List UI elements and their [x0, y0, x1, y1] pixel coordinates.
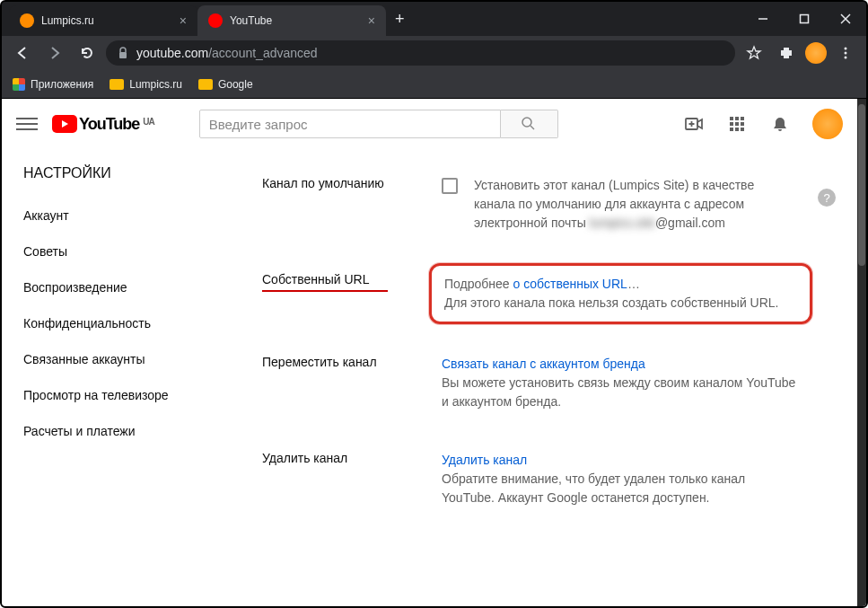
default-channel-checkbox[interactable] [442, 178, 458, 194]
folder-icon [110, 79, 124, 90]
notifications-bell-icon[interactable] [769, 113, 791, 135]
row-label-move-channel: Переместить канал [262, 355, 442, 369]
favicon-lumpics [20, 13, 34, 28]
url-path: /account_advanced [208, 46, 317, 60]
create-video-icon[interactable] [683, 113, 705, 135]
move-channel-desc: Вы можете установить связь между своим к… [442, 375, 795, 409]
url-host: youtube.com [136, 46, 208, 60]
folder-icon [198, 79, 213, 90]
custom-url-highlight: Подробнее о собственных URL… Для этого к… [429, 263, 812, 324]
reload-button[interactable] [74, 40, 101, 66]
sidebar-item-billing[interactable]: Расчеты и платежи [2, 413, 217, 449]
hamburger-menu-icon[interactable] [16, 113, 38, 135]
browser-tab-lumpics[interactable]: Lumpics.ru × [9, 5, 197, 36]
settings-sidebar: НАСТРОЙКИ Аккаунт Советы Воспроизведение… [2, 149, 217, 606]
svg-rect-4 [119, 52, 127, 58]
bookmarks-bar: Приложения Lumpics.ru Google [2, 70, 866, 99]
delete-channel-desc: Обратите внимание, что будет удален толь… [442, 471, 745, 505]
bookmark-apps[interactable]: Приложения [13, 78, 93, 91]
browser-tabstrip: Lumpics.ru × YouTube × + [2, 2, 866, 36]
search-icon [521, 116, 537, 132]
svg-rect-14 [735, 117, 739, 120]
lock-icon [117, 47, 129, 59]
logo-region: UA [143, 117, 153, 127]
tab-title: Lumpics.ru [41, 14, 94, 27]
url-input[interactable]: youtube.com/account_advanced [106, 40, 735, 66]
search-input[interactable]: Введите запрос [199, 110, 501, 138]
bookmark-label: Google [218, 78, 253, 91]
scrollbar-thumb[interactable] [858, 104, 865, 266]
svg-rect-1 [801, 15, 809, 23]
logo-text: YouTube [79, 115, 139, 134]
sidebar-item-playback[interactable]: Воспроизведение [2, 269, 217, 305]
page-scrollbar[interactable] [857, 99, 866, 606]
profile-avatar-icon[interactable] [805, 42, 827, 64]
svg-rect-17 [735, 122, 739, 126]
back-button[interactable] [9, 40, 36, 66]
bookmark-star-icon[interactable] [741, 40, 767, 66]
minimize-button[interactable] [742, 5, 784, 32]
custom-url-link[interactable]: о собственных URL [513, 277, 627, 291]
svg-point-7 [845, 57, 847, 59]
svg-point-5 [845, 48, 847, 50]
custom-url-pretext: Подробнее [444, 277, 513, 291]
close-icon[interactable]: × [180, 13, 187, 28]
sidebar-item-privacy[interactable]: Конфиденциальность [2, 305, 217, 341]
svg-rect-15 [741, 117, 744, 120]
row-label-custom-url: Собственный URL [262, 272, 442, 286]
svg-rect-18 [741, 122, 744, 126]
close-window-button[interactable] [825, 5, 866, 32]
extensions-icon[interactable] [773, 40, 800, 66]
ellipsis: … [627, 277, 640, 291]
row-label-delete-channel: Удалить канал [262, 451, 442, 465]
default-channel-text: Установить этот канал (Lumpics Site) в к… [474, 176, 775, 233]
sidebar-item-connected[interactable]: Связанные аккаунты [2, 341, 217, 377]
user-avatar-icon[interactable] [812, 109, 843, 139]
close-icon[interactable]: × [368, 13, 375, 28]
tab-title: YouTube [230, 14, 272, 27]
svg-rect-20 [735, 128, 739, 131]
bookmark-label: Приложения [31, 78, 93, 91]
youtube-header: YouTube UA Введите запрос [2, 99, 857, 149]
address-bar: youtube.com/account_advanced [2, 36, 866, 70]
sidebar-item-tips[interactable]: Советы [2, 234, 217, 269]
help-icon[interactable]: ? [818, 189, 836, 207]
bookmark-lumpics[interactable]: Lumpics.ru [110, 78, 182, 91]
delete-channel-link[interactable]: Удалить канал [442, 453, 527, 467]
maximize-button[interactable] [784, 5, 825, 32]
bookmark-google[interactable]: Google [198, 78, 253, 91]
row-label-default-channel: Канал по умолчанию [262, 176, 442, 190]
apps-grid-icon[interactable] [726, 113, 748, 135]
svg-rect-19 [730, 128, 733, 131]
youtube-logo[interactable]: YouTube UA [52, 115, 154, 134]
settings-main: Канал по умолчанию Установить этот канал… [217, 149, 857, 606]
bookmark-label: Lumpics.ru [129, 78, 182, 91]
sidebar-item-account[interactable]: Аккаунт [2, 198, 217, 234]
move-channel-link[interactable]: Связать канал с аккаунтом бренда [442, 357, 645, 371]
svg-point-8 [522, 118, 531, 127]
svg-rect-16 [730, 122, 733, 126]
custom-url-desc: Для этого канала пока нельзя создать соб… [444, 295, 779, 310]
new-tab-button[interactable]: + [386, 10, 414, 29]
sidebar-title: НАСТРОЙКИ [2, 165, 217, 198]
search-button[interactable] [501, 110, 558, 138]
forward-button[interactable] [41, 40, 68, 66]
svg-rect-21 [741, 128, 744, 131]
favicon-youtube [208, 13, 223, 28]
sidebar-item-tv[interactable]: Просмотр на телевизоре [2, 377, 217, 413]
apps-icon [13, 78, 25, 91]
browser-tab-youtube[interactable]: YouTube × [197, 5, 386, 36]
play-icon [52, 115, 77, 133]
svg-rect-13 [730, 117, 733, 120]
svg-point-6 [845, 52, 847, 55]
svg-line-9 [530, 126, 534, 129]
menu-icon[interactable] [832, 40, 859, 66]
